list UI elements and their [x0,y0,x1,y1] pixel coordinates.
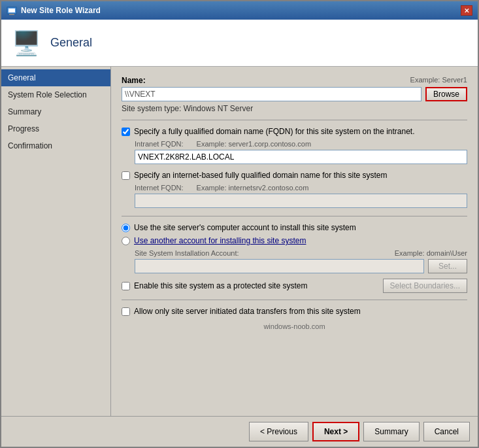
select-boundaries-button[interactable]: Select Boundaries... [383,279,467,293]
account-example: Example: domain\User [395,249,467,257]
internet-fqdn-checkbox-label[interactable]: Specify an internet-based fully qualifie… [134,171,388,180]
next-button[interactable]: Next > [312,422,359,441]
radio-2-row: Use another account for installing this … [122,236,467,245]
account-input-row: Set... [135,259,467,273]
header-icon: 🖥️ [12,29,41,57]
wizard-icon [7,5,17,16]
internet-fqdn-example: Example: internetsrv2.contoso.com [197,184,309,192]
intranet-fqdn-section: Intranet FQDN: Example: server1.corp.con… [135,140,467,165]
name-example: Example: Server1 [410,76,467,85]
internet-fqdn-input[interactable] [135,194,467,208]
radio-another-account[interactable] [122,237,130,245]
svg-rect-2 [9,14,14,15]
fqdn-checkbox-row: Specify a fully qualified domain name (F… [122,127,467,136]
sidebar-item-system-role[interactable]: System Role Selection [1,86,110,103]
title-bar-left: New Site Role Wizard [7,5,101,16]
allow-label[interactable]: Allow only site server initiated data tr… [134,307,361,316]
internet-fqdn-checkbox[interactable] [122,171,130,180]
fqdn-checkbox[interactable] [122,128,130,136]
set-button[interactable]: Set... [428,259,467,273]
main-content: Name: Example: Server1 Browse Site syste… [111,67,478,416]
radio-1-row: Use the site server's computer account t… [122,223,467,232]
account-section: Site System Installation Account: Exampl… [135,249,467,273]
browse-button[interactable]: Browse [425,87,467,101]
intranet-fqdn-label-row: Intranet FQDN: Example: server1.corp.con… [135,140,467,148]
site-system-type: Site system type: Windows NT Server [122,104,467,113]
radio-2-label[interactable]: Use another account for installing this … [134,236,306,245]
sidebar-item-summary[interactable]: Summary [1,103,110,120]
cancel-button[interactable]: Cancel [423,422,470,441]
sidebar-item-general[interactable]: General [1,69,110,86]
name-input-row: Browse [122,87,467,101]
name-label: Name: [122,76,146,85]
intranet-fqdn-input[interactable] [135,150,467,164]
divider-3 [122,300,467,300]
divider-1 [122,120,467,120]
dialog-container: New Site Role Wizard ✕ 🖥️ General Genera… [0,0,479,448]
svg-rect-1 [8,9,15,12]
protected-checkbox[interactable] [122,282,130,290]
name-label-row: Name: Example: Server1 [122,76,467,85]
title-bar-text: New Site Role Wizard [21,6,101,15]
radio-server-account[interactable] [122,224,130,232]
fqdn-checkbox-label[interactable]: Specify a fully qualified domain name (F… [134,127,415,136]
allow-checkbox-row: Allow only site server initiated data tr… [122,307,467,316]
radio-1-label[interactable]: Use the site server's computer account t… [134,223,356,232]
dialog-footer: < Previous Next > Summary Cancel [1,416,478,447]
protected-row: Enable this site system as a protected s… [122,279,467,293]
header-title: General [50,36,92,50]
previous-button[interactable]: < Previous [249,422,308,441]
allow-checkbox[interactable] [122,307,130,316]
dialog-body: General System Role Selection Summary Pr… [1,67,478,416]
account-label-row: Site System Installation Account: Exampl… [135,249,467,257]
sidebar-item-confirmation[interactable]: Confirmation [1,137,110,154]
sidebar-item-progress[interactable]: Progress [1,120,110,137]
divider-2 [122,216,467,216]
close-button[interactable]: ✕ [461,5,472,16]
account-input[interactable] [135,259,424,273]
internet-fqdn-label: Internet FQDN: [135,184,184,192]
name-section: Name: Example: Server1 Browse Site syste… [122,76,467,113]
protected-label[interactable]: Enable this site system as a protected s… [134,281,379,290]
dialog-header: 🖥️ General [1,20,478,67]
intranet-fqdn-label: Intranet FQDN: [135,140,184,148]
internet-fqdn-label-row: Internet FQDN: Example: internetsrv2.con… [135,184,467,192]
name-input[interactable] [122,87,421,101]
watermark: windows-noob.com [122,320,467,330]
internet-fqdn-checkbox-row: Specify an internet-based fully qualifie… [122,171,467,180]
intranet-fqdn-example: Example: server1.corp.contoso.com [197,140,311,148]
sidebar: General System Role Selection Summary Pr… [1,67,111,416]
account-label: Site System Installation Account: [135,249,239,257]
title-bar: New Site Role Wizard ✕ [1,1,478,20]
internet-fqdn-section: Internet FQDN: Example: internetsrv2.con… [135,184,467,209]
summary-button[interactable]: Summary [363,422,419,441]
